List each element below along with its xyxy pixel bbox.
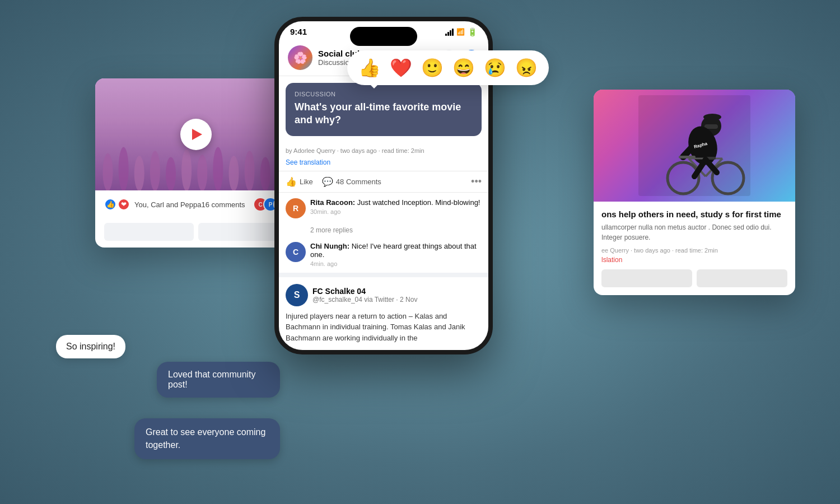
discussion-card[interactable]: Discussion What's your all-time favorite… [286, 83, 482, 136]
reaction-thumbsup[interactable]: 👍 [358, 57, 381, 78]
post-2: S FC Schalke 04 @fc_schalke_04 via Twitt… [279, 273, 488, 351]
commenter-2-avatar: C [286, 242, 306, 262]
like-button[interactable] [104, 223, 194, 241]
right-photo: Rapha [594, 90, 795, 202]
comment-1: R Rita Racoon: Just watched Inception. M… [279, 193, 488, 224]
wifi-icon: 📶 [456, 28, 465, 36]
signal-icon [445, 28, 454, 36]
card-footer: 👍 ❤ You, Carl and Peppa16 comments C P + [95, 190, 297, 218]
more-replies[interactable]: 2 more replies [279, 224, 488, 236]
comment-2: C Chi Nungh: Nice! I've heard great thin… [279, 236, 488, 273]
reaction-angry[interactable]: 😠 [515, 57, 538, 78]
dynamic-island [350, 27, 417, 46]
video-thumbnail[interactable] [95, 78, 297, 190]
play-icon [192, 129, 202, 140]
right-panel-meta: ee Querry · two days ago · read time: 2m… [601, 247, 787, 254]
cyclist-illustration: Rapha [638, 95, 750, 196]
comment-icon: 💬 [322, 176, 333, 187]
phone-time: 9:41 [290, 27, 307, 36]
like-icon: 👍 [286, 176, 297, 187]
comment-1-text: Rita Racoon: Just watched Inception. Min… [310, 198, 482, 207]
chat-bubble-inspiring: So inspiring! [56, 335, 125, 358]
comment-2-time: 4min. ago [310, 260, 482, 267]
discussion-title: What's your all-time favorite movie and … [295, 101, 473, 127]
right-button-2[interactable] [697, 269, 787, 287]
card-actions [95, 218, 297, 248]
like-icon: 👍 [104, 198, 116, 211]
love-icon: ❤ [118, 198, 130, 211]
status-bar: 9:41 📶 🔋 [279, 21, 488, 40]
status-icons: 📶 🔋 [445, 27, 477, 36]
right-button-1[interactable] [601, 269, 692, 287]
reaction-icons: 👍 ❤ [104, 198, 130, 211]
post-2-info: FC Schalke 04 @fc_schalke_04 via Twitter… [312, 287, 417, 304]
right-panel-body: ullamcorper nulla non metus auctor . Don… [601, 222, 787, 242]
more-options-button[interactable]: ••• [471, 176, 482, 188]
comment-2-text: Chi Nungh: Nice! I've heard great things… [310, 242, 482, 259]
comment-1-body: Rita Racoon: Just watched Inception. Min… [310, 198, 482, 218]
comment-1-time: 30min. ago [310, 208, 482, 215]
reaction-smile[interactable]: 🙂 [421, 57, 444, 78]
discussion-label: Discussion [295, 91, 473, 97]
right-translation-link[interactable]: lslation [601, 256, 787, 264]
video-card: 👍 ❤ You, Carl and Peppa16 comments C P + [95, 78, 297, 248]
footer-text: You, Carl and Peppa16 comments [134, 200, 253, 209]
see-translation-link[interactable]: See translation [279, 158, 488, 171]
right-panel: Rapha ons help others in need, study s f… [594, 90, 795, 295]
svg-point-18 [703, 114, 721, 120]
comments-action[interactable]: 💬 48 Comments [322, 176, 381, 187]
right-content: ons help others in need, study s for fir… [594, 202, 795, 295]
post-2-avatar: S [286, 284, 308, 306]
reaction-bar[interactable]: 👍 ❤️ 🙂 😄 😢 😠 [347, 50, 549, 85]
phone-content: Discussion What's your all-time favorite… [279, 76, 488, 350]
right-panel-buttons [601, 269, 787, 287]
post-2-name: FC Schalke 04 [312, 287, 417, 296]
reaction-sad[interactable]: 😢 [484, 57, 506, 78]
commenter-1-avatar: R [286, 198, 306, 218]
play-button[interactable] [180, 119, 212, 150]
chat-bubble-community: Loved that community post! [157, 362, 280, 398]
comment-2-body: Chi Nungh: Nice! I've heard great things… [310, 242, 482, 267]
post-2-text: Injured players near a return to action … [286, 311, 482, 344]
post-meta: by Adorlee Querry · two days ago · read … [279, 143, 488, 158]
group-avatar: 🌸 [288, 45, 312, 70]
like-action[interactable]: 👍 Like [286, 176, 313, 187]
reaction-heart[interactable]: ❤️ [390, 57, 412, 78]
battery-icon: 🔋 [468, 27, 477, 36]
right-panel-title: ons help others in need, study s for fir… [601, 209, 787, 219]
post-2-header: S FC Schalke 04 @fc_schalke_04 via Twitt… [286, 284, 482, 306]
chat-bubble-together: Great to see everyone coming together. [134, 418, 280, 459]
post-2-handle: @fc_schalke_04 via Twitter · 2 Nov [312, 296, 417, 304]
post-actions: 👍 Like 💬 48 Comments ••• [279, 171, 488, 193]
reaction-laugh[interactable]: 😄 [452, 57, 475, 78]
